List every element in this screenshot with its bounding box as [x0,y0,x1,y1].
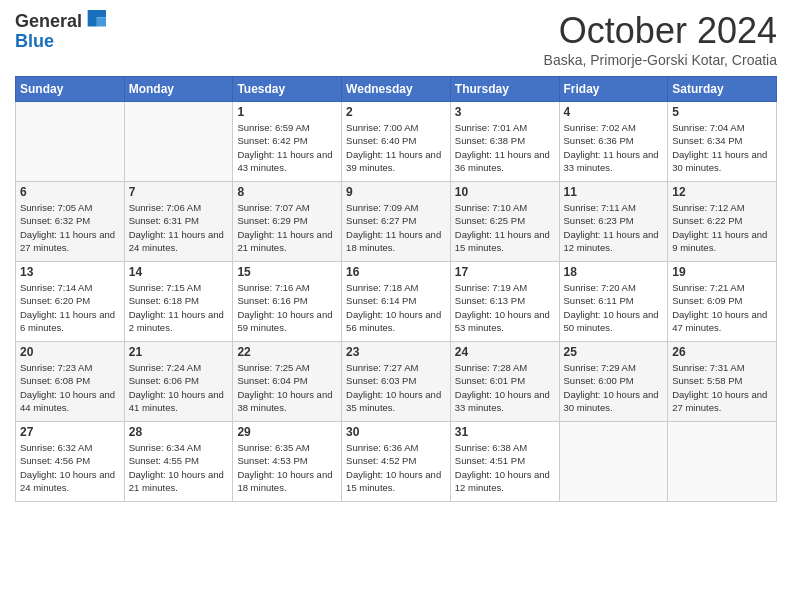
calendar-cell: 3Sunrise: 7:01 AMSunset: 6:38 PMDaylight… [450,102,559,182]
day-info: Sunrise: 7:09 AMSunset: 6:27 PMDaylight:… [346,201,446,254]
calendar-cell: 9Sunrise: 7:09 AMSunset: 6:27 PMDaylight… [342,182,451,262]
week-row-1: 1Sunrise: 6:59 AMSunset: 6:42 PMDaylight… [16,102,777,182]
month-year-title: October 2024 [544,10,777,52]
calendar-cell: 23Sunrise: 7:27 AMSunset: 6:03 PMDayligh… [342,342,451,422]
calendar-cell: 25Sunrise: 7:29 AMSunset: 6:00 PMDayligh… [559,342,668,422]
day-info: Sunrise: 7:20 AMSunset: 6:11 PMDaylight:… [564,281,664,334]
day-number: 20 [20,345,120,359]
day-info: Sunrise: 7:25 AMSunset: 6:04 PMDaylight:… [237,361,337,414]
calendar-cell: 24Sunrise: 7:28 AMSunset: 6:01 PMDayligh… [450,342,559,422]
day-number: 21 [129,345,229,359]
header-monday: Monday [124,77,233,102]
day-info: Sunrise: 7:31 AMSunset: 5:58 PMDaylight:… [672,361,772,414]
day-number: 25 [564,345,664,359]
day-info: Sunrise: 7:10 AMSunset: 6:25 PMDaylight:… [455,201,555,254]
calendar-cell: 20Sunrise: 7:23 AMSunset: 6:08 PMDayligh… [16,342,125,422]
day-number: 23 [346,345,446,359]
calendar-cell: 28Sunrise: 6:34 AMSunset: 4:55 PMDayligh… [124,422,233,502]
calendar-cell: 22Sunrise: 7:25 AMSunset: 6:04 PMDayligh… [233,342,342,422]
title-area: October 2024 Baska, Primorje-Gorski Kota… [544,10,777,68]
day-number: 9 [346,185,446,199]
day-info: Sunrise: 7:05 AMSunset: 6:32 PMDaylight:… [20,201,120,254]
calendar-cell: 19Sunrise: 7:21 AMSunset: 6:09 PMDayligh… [668,262,777,342]
day-number: 6 [20,185,120,199]
day-info: Sunrise: 7:29 AMSunset: 6:00 PMDaylight:… [564,361,664,414]
calendar-cell: 29Sunrise: 6:35 AMSunset: 4:53 PMDayligh… [233,422,342,502]
day-info: Sunrise: 7:00 AMSunset: 6:40 PMDaylight:… [346,121,446,174]
day-info: Sunrise: 7:18 AMSunset: 6:14 PMDaylight:… [346,281,446,334]
day-number: 5 [672,105,772,119]
day-number: 28 [129,425,229,439]
day-info: Sunrise: 7:24 AMSunset: 6:06 PMDaylight:… [129,361,229,414]
calendar-cell: 5Sunrise: 7:04 AMSunset: 6:34 PMDaylight… [668,102,777,182]
calendar-cell: 13Sunrise: 7:14 AMSunset: 6:20 PMDayligh… [16,262,125,342]
day-number: 29 [237,425,337,439]
day-number: 11 [564,185,664,199]
calendar-cell: 12Sunrise: 7:12 AMSunset: 6:22 PMDayligh… [668,182,777,262]
day-info: Sunrise: 7:02 AMSunset: 6:36 PMDaylight:… [564,121,664,174]
day-number: 8 [237,185,337,199]
day-info: Sunrise: 7:21 AMSunset: 6:09 PMDaylight:… [672,281,772,334]
day-number: 18 [564,265,664,279]
calendar-cell [668,422,777,502]
header-thursday: Thursday [450,77,559,102]
day-number: 7 [129,185,229,199]
day-number: 13 [20,265,120,279]
day-info: Sunrise: 7:28 AMSunset: 6:01 PMDaylight:… [455,361,555,414]
day-number: 2 [346,105,446,119]
calendar-cell: 14Sunrise: 7:15 AMSunset: 6:18 PMDayligh… [124,262,233,342]
day-info: Sunrise: 6:36 AMSunset: 4:52 PMDaylight:… [346,441,446,494]
day-number: 17 [455,265,555,279]
day-info: Sunrise: 7:23 AMSunset: 6:08 PMDaylight:… [20,361,120,414]
day-number: 24 [455,345,555,359]
day-info: Sunrise: 7:01 AMSunset: 6:38 PMDaylight:… [455,121,555,174]
location-subtitle: Baska, Primorje-Gorski Kotar, Croatia [544,52,777,68]
calendar-cell: 21Sunrise: 7:24 AMSunset: 6:06 PMDayligh… [124,342,233,422]
day-number: 12 [672,185,772,199]
calendar-cell: 2Sunrise: 7:00 AMSunset: 6:40 PMDaylight… [342,102,451,182]
day-info: Sunrise: 7:15 AMSunset: 6:18 PMDaylight:… [129,281,229,334]
calendar-cell: 31Sunrise: 6:38 AMSunset: 4:51 PMDayligh… [450,422,559,502]
day-number: 3 [455,105,555,119]
day-info: Sunrise: 6:34 AMSunset: 4:55 PMDaylight:… [129,441,229,494]
calendar-cell: 8Sunrise: 7:07 AMSunset: 6:29 PMDaylight… [233,182,342,262]
day-number: 1 [237,105,337,119]
header-tuesday: Tuesday [233,77,342,102]
day-number: 10 [455,185,555,199]
day-info: Sunrise: 7:27 AMSunset: 6:03 PMDaylight:… [346,361,446,414]
calendar-cell [559,422,668,502]
page-header: General Blue October 2024 Baska, Primorj… [15,10,777,68]
header-wednesday: Wednesday [342,77,451,102]
calendar-cell: 27Sunrise: 6:32 AMSunset: 4:56 PMDayligh… [16,422,125,502]
day-info: Sunrise: 7:07 AMSunset: 6:29 PMDaylight:… [237,201,337,254]
calendar-cell: 26Sunrise: 7:31 AMSunset: 5:58 PMDayligh… [668,342,777,422]
week-row-3: 13Sunrise: 7:14 AMSunset: 6:20 PMDayligh… [16,262,777,342]
day-info: Sunrise: 6:59 AMSunset: 6:42 PMDaylight:… [237,121,337,174]
day-number: 30 [346,425,446,439]
day-number: 4 [564,105,664,119]
calendar-cell: 15Sunrise: 7:16 AMSunset: 6:16 PMDayligh… [233,262,342,342]
logo-icon [84,10,106,32]
day-number: 26 [672,345,772,359]
calendar-header-row: SundayMondayTuesdayWednesdayThursdayFrid… [16,77,777,102]
calendar-cell [16,102,125,182]
day-number: 19 [672,265,772,279]
day-number: 16 [346,265,446,279]
day-info: Sunrise: 7:14 AMSunset: 6:20 PMDaylight:… [20,281,120,334]
logo-blue: Blue [15,31,54,51]
calendar-cell [124,102,233,182]
logo: General Blue [15,10,106,51]
week-row-2: 6Sunrise: 7:05 AMSunset: 6:32 PMDaylight… [16,182,777,262]
calendar-cell: 1Sunrise: 6:59 AMSunset: 6:42 PMDaylight… [233,102,342,182]
day-number: 15 [237,265,337,279]
day-info: Sunrise: 7:19 AMSunset: 6:13 PMDaylight:… [455,281,555,334]
calendar-cell: 17Sunrise: 7:19 AMSunset: 6:13 PMDayligh… [450,262,559,342]
day-info: Sunrise: 7:11 AMSunset: 6:23 PMDaylight:… [564,201,664,254]
header-friday: Friday [559,77,668,102]
day-info: Sunrise: 6:35 AMSunset: 4:53 PMDaylight:… [237,441,337,494]
calendar-cell: 11Sunrise: 7:11 AMSunset: 6:23 PMDayligh… [559,182,668,262]
day-info: Sunrise: 7:06 AMSunset: 6:31 PMDaylight:… [129,201,229,254]
calendar-cell: 30Sunrise: 6:36 AMSunset: 4:52 PMDayligh… [342,422,451,502]
day-info: Sunrise: 7:16 AMSunset: 6:16 PMDaylight:… [237,281,337,334]
calendar-cell: 7Sunrise: 7:06 AMSunset: 6:31 PMDaylight… [124,182,233,262]
